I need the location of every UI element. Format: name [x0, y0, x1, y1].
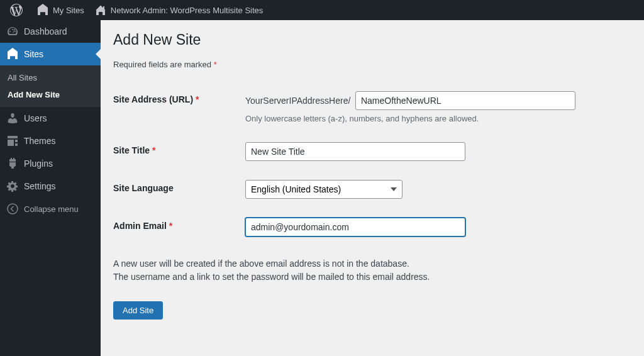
plugins-icon	[6, 157, 19, 170]
submenu-all-sites[interactable]: All Sites	[0, 69, 101, 86]
themes-icon	[6, 135, 19, 147]
settings-icon	[6, 180, 19, 192]
required-mark: *	[214, 60, 217, 69]
sites-icon	[6, 48, 19, 60]
collapse-icon	[6, 203, 19, 215]
themes-label: Themes	[24, 136, 56, 146]
users-label: Users	[24, 113, 47, 123]
wordpress-icon	[10, 4, 23, 16]
network-admin-link[interactable]: Network Admin: WordPress Multisite Sites	[89, 0, 269, 20]
dashboard-icon	[6, 25, 19, 38]
main-content: Add New Site Required fields are marked …	[101, 20, 644, 356]
info-text: A new user will be created if the above …	[113, 257, 631, 284]
sites-label: Sites	[24, 49, 43, 59]
site-language-select[interactable]: English (United States)	[245, 180, 402, 199]
site-address-help: Only lowercase letters (a-z), numbers, a…	[245, 114, 625, 123]
sites-submenu: All Sites Add New Site	[0, 65, 101, 107]
form-table: Site Address (URL) * YourServerIPAddress…	[113, 82, 631, 246]
site-language-label: Site Language	[113, 170, 239, 208]
sidebar-item-settings[interactable]: Settings	[0, 175, 101, 197]
settings-label: Settings	[24, 181, 56, 191]
add-site-button[interactable]: Add Site	[113, 301, 163, 320]
home-icon	[94, 4, 107, 16]
site-address-prefix: YourServerIPAddressHere/	[245, 92, 353, 109]
svg-point-0	[8, 204, 18, 214]
multisite-icon	[36, 4, 49, 16]
mysites-menu[interactable]: My Sites	[31, 0, 89, 20]
admin-email-input[interactable]	[245, 218, 465, 236]
page-title: Add New Site	[113, 31, 631, 48]
wp-logo-menu[interactable]	[5, 0, 31, 20]
sidebar-item-plugins[interactable]: Plugins	[0, 152, 101, 175]
site-title-input[interactable]	[245, 142, 465, 161]
collapse-menu[interactable]: Collapse menu	[0, 197, 101, 220]
sidebar-item-themes[interactable]: Themes	[0, 130, 101, 152]
submenu-add-new-site[interactable]: Add New Site	[0, 86, 101, 103]
sidebar-item-dashboard[interactable]: Dashboard	[0, 20, 101, 43]
mysites-label: My Sites	[53, 6, 84, 15]
admin-topbar: My Sites Network Admin: WordPress Multis…	[0, 0, 644, 20]
required-note: Required fields are marked *	[113, 60, 631, 69]
network-admin-label: Network Admin: WordPress Multisite Sites	[111, 6, 264, 15]
admin-sidebar: Dashboard Sites All Sites Add New Site U…	[0, 20, 101, 356]
admin-email-label: Admin Email *	[113, 208, 239, 246]
plugins-label: Plugins	[24, 159, 53, 169]
site-title-label: Site Title *	[113, 133, 239, 170]
sidebar-item-users[interactable]: Users	[0, 107, 101, 130]
site-address-label: Site Address (URL) *	[113, 82, 239, 133]
sidebar-item-sites[interactable]: Sites	[0, 43, 101, 65]
collapse-label: Collapse menu	[24, 204, 79, 214]
dashboard-label: Dashboard	[24, 26, 67, 36]
site-address-input[interactable]	[355, 91, 575, 110]
users-icon	[6, 112, 19, 125]
